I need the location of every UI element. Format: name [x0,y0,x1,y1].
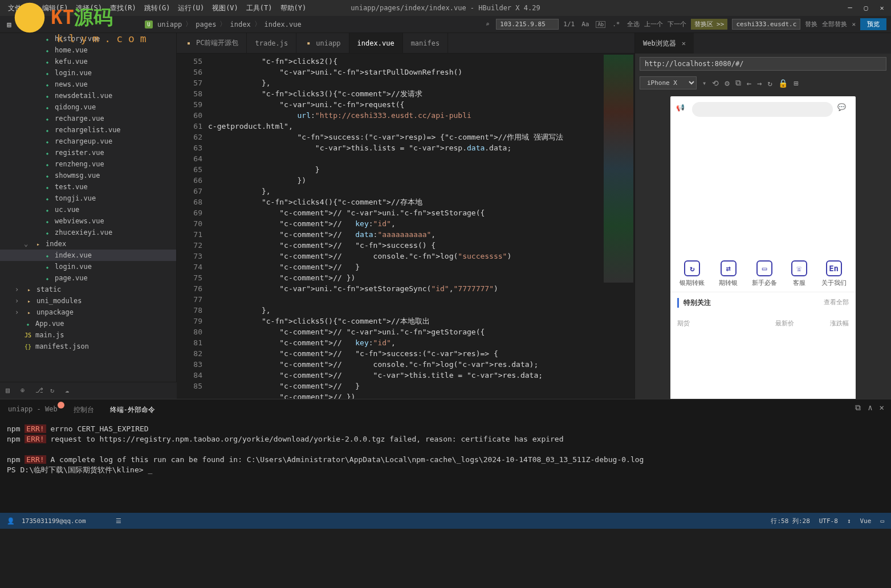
device-select[interactable]: iPhone X [640,76,697,89]
close-icon[interactable]: ✕ [877,3,886,13]
menu-item[interactable]: 工具(T) [243,1,276,15]
folder-item[interactable]: ⌄▸index [0,238,176,250]
editor-tab[interactable]: index.vue [349,33,403,53]
refresh-icon[interactable]: ↻ [50,386,59,395]
file-item[interactable]: JSmain.js [0,329,176,341]
nav-item[interactable]: ☏客服 [791,260,807,287]
qr-icon[interactable]: ⊞ [794,79,798,88]
maximize-icon[interactable]: ▢ [861,3,870,13]
preview-url-input[interactable] [640,57,886,71]
file-item[interactable]: ⬥tongji.vue [0,193,176,204]
minimize-icon[interactable]: ─ [845,3,855,13]
breadcrumb-item[interactable]: index [230,21,250,28]
file-item[interactable]: ⬥showmsg.vue [0,170,176,181]
close-search-icon[interactable]: ✕ [852,21,856,28]
file-item[interactable]: ⬥history.vue [0,33,176,44]
file-item[interactable]: ⬥home.vue [0,44,176,56]
replace-toggle[interactable]: 替换区 >> [691,19,728,30]
file-item[interactable]: ⬥register.vue [0,147,176,158]
breadcrumb-item[interactable]: uniapp [157,21,182,28]
file-item[interactable]: ⬥rechargelist.vue [0,124,176,136]
popout-icon[interactable]: ⧉ [735,78,741,88]
file-item[interactable]: ⬥kefu.vue [0,56,176,67]
db-icon[interactable]: ⊕ [21,386,30,395]
prev-btn[interactable]: 上一个 [644,20,663,28]
section-more[interactable]: 查看全部 [824,298,849,308]
lock-preview-icon[interactable]: 🔒 [778,79,788,88]
menu-item[interactable]: 查找(R) [107,1,140,15]
case-icon[interactable]: Aa [579,19,591,29]
terminal-tab[interactable]: 终端-外部命令 [109,403,156,417]
account-label[interactable]: 1735031199@qq.com [22,517,86,525]
reload-icon[interactable]: ↻ [768,79,772,88]
file-item[interactable]: ⬥index.vue [0,250,176,261]
file-item[interactable]: ⬥renzheng.vue [0,158,176,170]
terminal-output[interactable]: npm ERR! errno CERT_HAS_EXPIREDnpm ERR! … [0,420,891,513]
files-icon[interactable]: ▤ [6,386,15,395]
code-editor[interactable]: "c-fn">clicks2(){ "c-var">uni."c-fn">sta… [208,54,600,399]
word-icon[interactable]: Ab [596,21,605,28]
cursor-pos[interactable]: 行:58 列:28 [771,517,809,525]
breadcrumb-item[interactable]: index.vue [265,21,302,28]
file-item[interactable]: ⬥App.vue [0,318,176,329]
menu-item[interactable]: 跳转(G) [141,1,174,15]
preview-tab[interactable]: Web浏览器 ✕ [635,33,694,54]
phone-search-bar[interactable] [692,102,833,117]
select-all-btn[interactable]: 全选 [627,20,640,28]
rotate-icon[interactable]: ⟲ [712,79,719,88]
folder-item[interactable]: ›▸unpackage [0,307,176,318]
editor-tab[interactable]: trade.js [247,33,296,53]
file-item[interactable]: ⬥news.vue [0,79,176,90]
settings-icon[interactable]: ⚙ [725,79,729,88]
account-icon[interactable]: 👤 [7,517,15,525]
file-item[interactable]: ⬥page.vue [0,272,176,284]
breadcrumb-item[interactable]: pages [196,21,216,28]
nav-item[interactable]: ⇄期转银 [719,260,738,287]
file-item[interactable]: {}manifest.json [0,341,176,352]
file-item[interactable]: ⬥login.vue [0,261,176,272]
git-icon[interactable]: ⎇ [35,386,44,395]
folder-item[interactable]: ›▸static [0,284,176,295]
back-icon[interactable]: ← [747,79,751,88]
terminal-close-icon[interactable]: ✕ [880,403,884,413]
encoding[interactable]: UTF-8 [819,517,838,525]
file-item[interactable]: ⬥webviews.vue [0,215,176,227]
file-item[interactable]: ⬥recharge.vue [0,113,176,124]
file-item[interactable]: ⬥rechargeup.vue [0,136,176,147]
preview-button[interactable]: 预览 [860,18,886,30]
replace-btn[interactable]: 替换 [805,20,817,28]
nav-item[interactable]: En关于我们 [821,260,847,287]
menu-item[interactable]: 选择(S) [72,1,105,15]
search-icon[interactable]: ⌕ [483,19,492,29]
file-item[interactable]: ⬥login.vue [0,67,176,79]
next-btn[interactable]: 下一个 [668,20,686,28]
file-item[interactable]: ⬥uc.vue [0,204,176,215]
terminal-max-icon[interactable]: ∧ [868,403,872,413]
cloud-icon[interactable]: ☁ [65,386,74,395]
message-icon[interactable]: 💬 [837,103,850,116]
sync-icon[interactable]: ↕ [847,517,851,525]
editor-tab[interactable]: ▪PC前端开源包 [177,33,247,53]
nav-item[interactable]: ▭新手必备 [752,260,777,287]
menu-item[interactable]: 运行(U) [174,1,208,15]
folder-item[interactable]: ›▸uni_modules [0,295,176,307]
language-mode[interactable]: Vue [860,517,872,525]
menu-item[interactable]: 帮助(Y) [277,1,310,15]
menu-item[interactable]: 文件(F) [5,1,38,15]
editor-tab[interactable]: manifes [403,33,449,53]
regex-icon[interactable]: .* [610,19,622,29]
terminal-popout-icon[interactable]: ⧉ [855,403,861,413]
indent-icon[interactable]: ☰ [116,517,121,525]
explorer-icon[interactable]: ▤ [5,20,14,29]
file-item[interactable]: ⬥newsdetail.vue [0,90,176,101]
replace-input[interactable] [732,19,800,30]
editor-tab[interactable]: ▪uniapp [296,33,349,53]
replace-all-btn[interactable]: 全部替换 [822,20,847,28]
forward-icon[interactable]: → [757,79,762,88]
terminal-tab[interactable]: 控制台 [72,403,95,417]
file-item[interactable]: ⬥test.vue [0,181,176,193]
search-input[interactable] [496,19,559,30]
notifications-icon[interactable]: ▭ [880,517,884,525]
minimap[interactable] [600,54,634,399]
close-preview-icon[interactable]: ✕ [682,39,686,47]
